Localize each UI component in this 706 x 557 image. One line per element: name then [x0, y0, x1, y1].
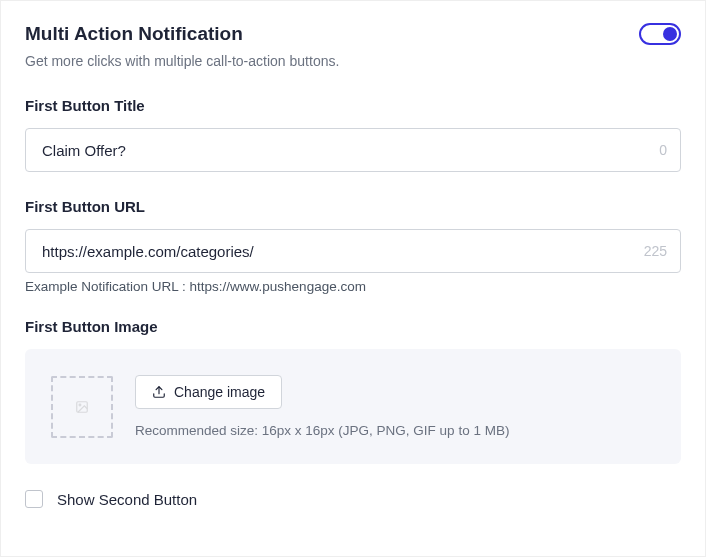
first-button-url-label: First Button URL [25, 198, 681, 215]
first-button-image-label: First Button Image [25, 318, 681, 335]
show-second-button-row: Show Second Button [25, 490, 681, 508]
enable-toggle[interactable] [639, 23, 681, 45]
first-button-url-input[interactable] [25, 229, 681, 273]
change-image-button[interactable]: Change image [135, 375, 282, 409]
show-second-button-label: Show Second Button [57, 491, 197, 508]
image-right-col: Change image Recommended size: 16px x 16… [135, 375, 655, 438]
header-row: Multi Action Notification [25, 23, 681, 45]
show-second-button-checkbox[interactable] [25, 490, 43, 508]
first-button-url-wrap: 225 [25, 229, 681, 273]
svg-point-1 [79, 404, 81, 406]
url-helper-text: Example Notification URL : https://www.p… [25, 279, 681, 294]
image-upload-box: Change image Recommended size: 16px x 16… [25, 349, 681, 464]
image-placeholder[interactable] [51, 376, 113, 438]
multi-action-panel: Multi Action Notification Get more click… [0, 0, 706, 557]
first-button-title-input[interactable] [25, 128, 681, 172]
panel-subtitle: Get more clicks with multiple call-to-ac… [25, 53, 681, 69]
first-button-title-label: First Button Title [25, 97, 681, 114]
image-icon [75, 400, 89, 414]
first-button-title-wrap: 0 [25, 128, 681, 172]
change-image-label: Change image [174, 384, 265, 400]
image-recommended-text: Recommended size: 16px x 16px (JPG, PNG,… [135, 423, 655, 438]
upload-icon [152, 385, 166, 399]
first-button-title-count: 0 [659, 142, 667, 158]
toggle-knob [663, 27, 677, 41]
panel-title: Multi Action Notification [25, 23, 243, 45]
first-button-url-count: 225 [644, 243, 667, 259]
